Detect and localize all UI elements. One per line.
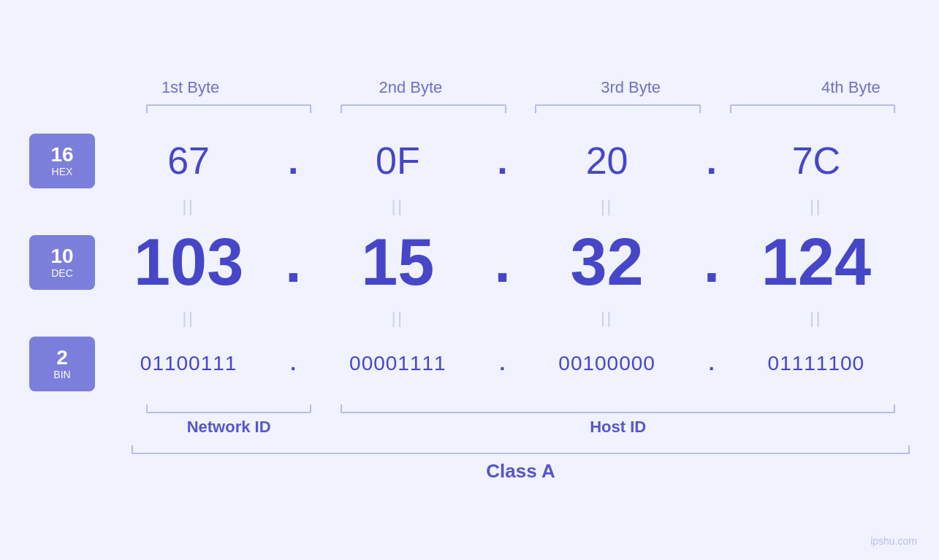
hex-base-number: 16 — [50, 144, 73, 166]
class-section: Class A — [29, 445, 910, 483]
dec-values: 103 . 15 . 32 . 124 — [95, 225, 910, 300]
dec-base-label: DEC — [51, 267, 73, 279]
bin-badge: 2 BIN — [29, 337, 95, 391]
host-bracket-wrap — [326, 404, 910, 413]
top-bracket-1 — [132, 104, 326, 113]
hex-dot-2: . — [492, 142, 514, 180]
dec-byte-3: 32 — [514, 225, 701, 300]
hex-byte-1: 67 — [95, 139, 282, 183]
hex-byte-3: 20 — [514, 139, 701, 183]
byte-header-4: 4th Byte — [741, 78, 939, 97]
class-bracket — [132, 445, 910, 454]
network-bracket-wrap — [132, 404, 326, 413]
hex-dot-3: . — [701, 142, 723, 180]
host-bracket — [341, 404, 895, 413]
hex-badge: 16 HEX — [29, 134, 95, 188]
dec-dot-2: . — [492, 233, 514, 291]
top-bracket-4 — [715, 104, 910, 113]
hex-dot-1: . — [282, 142, 304, 180]
equals-8: || — [723, 309, 910, 328]
hex-base-label: HEX — [52, 166, 73, 177]
equals-3: || — [514, 197, 701, 216]
bottom-section: Network ID Host ID — [29, 404, 910, 437]
equals-1: || — [95, 197, 282, 216]
top-brackets-row — [132, 104, 910, 113]
equals-7: || — [514, 309, 701, 328]
labels-row: Network ID Host ID — [132, 418, 910, 437]
bin-byte-1: 01100111 — [95, 352, 282, 375]
hex-byte-4: 7C — [723, 139, 910, 183]
equals-6: || — [304, 309, 491, 328]
top-bracket-3 — [521, 104, 715, 113]
bin-base-label: BIN — [53, 369, 70, 380]
bin-values: 01100111 . 00001111 . 00100000 . 0111110… — [95, 352, 910, 375]
bin-byte-4: 01111100 — [723, 352, 910, 375]
byte-headers-row: 1st Byte 2nd Byte 3rd Byte 4th Byte — [80, 78, 939, 97]
network-id-label: Network ID — [187, 418, 271, 436]
host-id-label-wrap: Host ID — [326, 418, 910, 437]
equals-row-1: || || || || — [29, 197, 910, 216]
bin-dot-1: . — [282, 353, 304, 374]
equals-area-2: || || || || — [95, 309, 910, 328]
network-id-label-wrap: Network ID — [132, 418, 326, 437]
bin-base-number: 2 — [56, 347, 68, 369]
hex-values: 67 . 0F . 20 . 7C — [95, 139, 910, 183]
byte-header-1: 1st Byte — [80, 78, 300, 97]
class-label-row: Class A — [132, 460, 910, 483]
bin-byte-3: 00100000 — [514, 352, 701, 375]
dec-byte-2: 15 — [304, 225, 491, 300]
equals-5: || — [95, 309, 282, 328]
dec-base-number: 10 — [50, 245, 73, 268]
equals-row-2: || || || || — [29, 309, 910, 328]
equals-area-1: || || || || — [95, 197, 910, 216]
bottom-brackets-row — [132, 404, 910, 413]
host-id-label: Host ID — [590, 418, 646, 436]
bin-dot-2: . — [492, 353, 514, 374]
bin-byte-2: 00001111 — [304, 352, 491, 375]
dec-dot-3: . — [701, 233, 723, 291]
class-a-label: Class A — [486, 460, 555, 482]
byte-header-2: 2nd Byte — [300, 78, 520, 97]
watermark: ipshu.com — [870, 535, 917, 547]
byte-header-3: 3rd Byte — [521, 78, 741, 97]
dec-byte-1: 103 — [95, 225, 282, 300]
dec-byte-4: 124 — [723, 225, 910, 300]
class-bracket-row — [132, 445, 910, 454]
main-container: 1st Byte 2nd Byte 3rd Byte 4th Byte 16 H… — [0, 0, 939, 560]
hex-row: 16 HEX 67 . 0F . 20 . 7C — [29, 134, 910, 188]
bin-row: 2 BIN 01100111 . 00001111 . 00100000 . 0… — [29, 337, 910, 391]
equals-2: || — [304, 197, 491, 216]
top-bracket-2 — [326, 104, 520, 113]
hex-byte-2: 0F — [304, 139, 491, 183]
bin-dot-3: . — [701, 353, 723, 374]
dec-row: 10 DEC 103 . 15 . 32 . 124 — [29, 225, 910, 300]
equals-4: || — [723, 197, 910, 216]
network-bracket — [146, 404, 311, 413]
dec-dot-1: . — [282, 233, 304, 291]
dec-badge: 10 DEC — [29, 235, 95, 290]
